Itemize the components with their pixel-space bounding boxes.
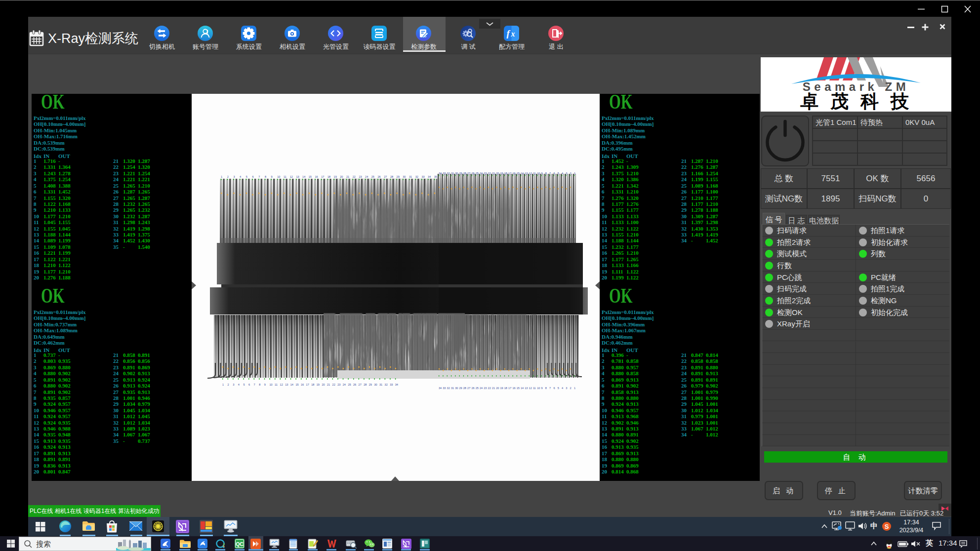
svg-text:3: 3	[566, 172, 567, 175]
svg-text:14: 14	[290, 383, 293, 386]
svg-text:12: 12	[529, 387, 532, 390]
svg-text:10: 10	[277, 175, 280, 178]
svg-text:32: 32	[447, 387, 450, 390]
svg-text:卓茂科技: 卓茂科技	[800, 91, 921, 112]
svg-text:17: 17	[306, 383, 309, 386]
svg-text:14: 14	[521, 172, 524, 175]
svg-text:13: 13	[296, 175, 299, 178]
svg-text:32: 32	[415, 175, 418, 178]
svg-text:27: 27	[467, 172, 470, 175]
svg-text:15: 15	[295, 383, 298, 386]
svg-text:26: 26	[471, 387, 474, 390]
svg-text:27: 27	[384, 175, 387, 178]
svg-text:18: 18	[504, 172, 507, 175]
svg-text:4: 4	[562, 172, 563, 175]
svg-text:2: 2	[570, 387, 572, 390]
svg-text:22: 22	[488, 387, 491, 390]
svg-text:23: 23	[484, 387, 487, 390]
svg-text:16: 16	[512, 172, 515, 175]
svg-text:19: 19	[500, 172, 503, 175]
svg-text:33: 33	[421, 175, 424, 178]
svg-text:2: 2	[570, 172, 572, 175]
svg-text:21: 21	[327, 383, 330, 386]
svg-text:8: 8	[545, 387, 547, 390]
svg-text:13: 13	[525, 387, 528, 390]
svg-text:16: 16	[315, 175, 318, 178]
svg-text:22: 22	[332, 383, 335, 386]
svg-text:13: 13	[285, 383, 288, 386]
svg-text:10: 10	[537, 172, 540, 175]
svg-text:22: 22	[353, 175, 356, 178]
svg-text:24: 24	[480, 172, 483, 175]
svg-text:17: 17	[508, 387, 511, 390]
svg-text:S: S	[885, 523, 889, 530]
svg-text:11: 11	[533, 387, 536, 390]
svg-text:34: 34	[395, 383, 398, 386]
svg-text:5: 5	[558, 387, 559, 390]
svg-text:9: 9	[541, 387, 543, 390]
svg-text:17: 17	[321, 175, 324, 178]
svg-text:9: 9	[541, 172, 543, 175]
svg-text:20: 20	[496, 387, 499, 390]
svg-text:4: 4	[240, 175, 241, 178]
svg-text:27: 27	[467, 387, 470, 390]
svg-text:20: 20	[496, 172, 499, 175]
svg-text:15: 15	[517, 387, 520, 390]
svg-text:3: 3	[566, 387, 567, 390]
svg-text:9: 9	[271, 175, 273, 178]
svg-text:19: 19	[317, 383, 320, 386]
svg-text:23: 23	[337, 383, 340, 386]
svg-text:30: 30	[455, 172, 458, 175]
svg-text:33: 33	[390, 383, 393, 386]
svg-text:1: 1	[574, 172, 575, 175]
svg-text:18: 18	[327, 175, 330, 178]
svg-text:32: 32	[447, 172, 450, 175]
svg-text:18: 18	[504, 387, 507, 390]
svg-text:12: 12	[529, 172, 532, 175]
svg-text:3: 3	[233, 383, 234, 386]
svg-text:7: 7	[254, 383, 255, 386]
svg-text:11: 11	[533, 172, 536, 175]
svg-text:5: 5	[246, 175, 247, 178]
svg-text:31: 31	[451, 172, 454, 175]
svg-text:23: 23	[359, 175, 362, 178]
svg-text:25: 25	[348, 383, 351, 386]
svg-text:6: 6	[553, 387, 555, 390]
svg-text:4: 4	[562, 387, 563, 390]
svg-text:25: 25	[476, 172, 479, 175]
svg-text:4: 4	[238, 383, 240, 386]
svg-text:23: 23	[484, 172, 487, 175]
svg-text:26: 26	[353, 383, 356, 386]
svg-text:16: 16	[512, 387, 515, 390]
svg-text:20: 20	[340, 175, 343, 178]
svg-text:32: 32	[385, 383, 388, 386]
svg-text:7: 7	[549, 172, 551, 175]
svg-text:28: 28	[364, 383, 367, 386]
svg-text:8: 8	[259, 383, 260, 386]
svg-text:29: 29	[459, 387, 462, 390]
svg-text:26: 26	[471, 172, 474, 175]
svg-text:30: 30	[455, 387, 458, 390]
svg-text:7: 7	[549, 387, 551, 390]
svg-text:5: 5	[243, 383, 245, 386]
svg-text:5: 5	[558, 172, 559, 175]
svg-text:28: 28	[463, 387, 466, 390]
svg-text:25: 25	[371, 175, 374, 178]
svg-text:15: 15	[517, 172, 520, 175]
svg-text:30: 30	[374, 383, 377, 386]
svg-text:25: 25	[476, 387, 479, 390]
svg-text:30: 30	[403, 175, 406, 178]
svg-text:29: 29	[459, 172, 462, 175]
svg-text:8: 8	[545, 172, 547, 175]
svg-text:2: 2	[228, 383, 229, 386]
svg-text:QC: QC	[236, 541, 244, 547]
svg-text:11: 11	[275, 383, 278, 386]
svg-text:34: 34	[439, 387, 442, 390]
svg-text:24: 24	[480, 387, 483, 390]
svg-text:21: 21	[492, 172, 495, 175]
svg-text:1: 1	[221, 175, 222, 178]
svg-text:12: 12	[290, 175, 293, 178]
svg-text:19: 19	[334, 175, 337, 178]
svg-text:34: 34	[439, 172, 442, 175]
svg-text:28: 28	[390, 175, 393, 178]
